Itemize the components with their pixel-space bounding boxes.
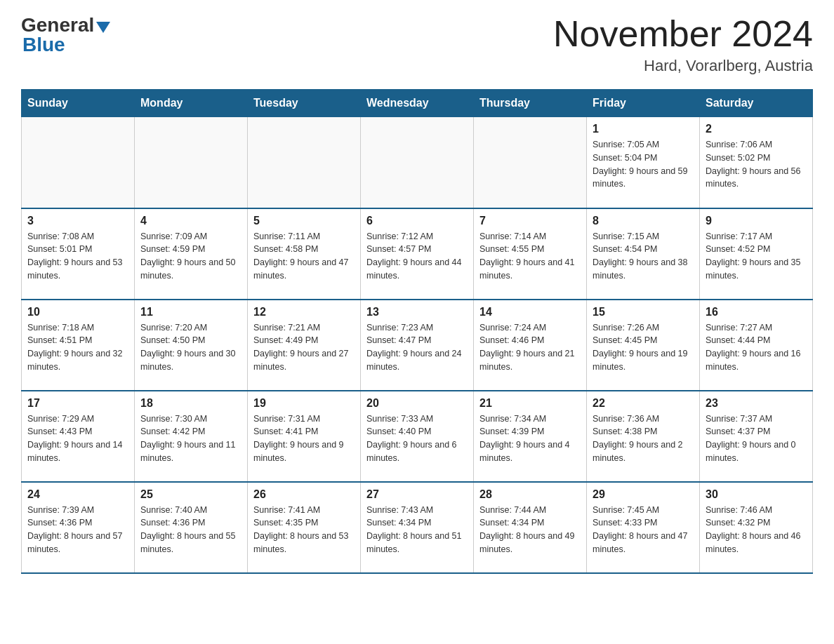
week-row-3: 10Sunrise: 7:18 AMSunset: 4:51 PMDayligh… bbox=[22, 300, 813, 391]
day-info: Sunrise: 7:43 AMSunset: 4:34 PMDaylight:… bbox=[366, 504, 468, 556]
column-header-wednesday: Wednesday bbox=[361, 90, 474, 117]
day-info: Sunrise: 7:17 AMSunset: 4:52 PMDaylight:… bbox=[706, 230, 807, 283]
header: General Blue November 2024 Hard, Vorarlb… bbox=[21, 14, 813, 75]
title-area: November 2024 Hard, Vorarlberg, Austria bbox=[553, 14, 813, 75]
calendar-cell: 28Sunrise: 7:44 AMSunset: 4:34 PMDayligh… bbox=[474, 482, 587, 573]
day-info: Sunrise: 7:12 AMSunset: 4:57 PMDaylight:… bbox=[366, 230, 468, 283]
day-info: Sunrise: 7:44 AMSunset: 4:34 PMDaylight:… bbox=[479, 504, 581, 556]
day-info: Sunrise: 7:30 AMSunset: 4:42 PMDaylight:… bbox=[140, 412, 241, 465]
calendar-cell: 2Sunrise: 7:06 AMSunset: 5:02 PMDaylight… bbox=[700, 117, 813, 208]
calendar-cell: 22Sunrise: 7:36 AMSunset: 4:38 PMDayligh… bbox=[587, 391, 700, 482]
day-number: 29 bbox=[593, 488, 694, 501]
day-number: 2 bbox=[706, 123, 807, 135]
day-info: Sunrise: 7:31 AMSunset: 4:41 PMDaylight:… bbox=[253, 412, 355, 465]
week-row-5: 24Sunrise: 7:39 AMSunset: 4:36 PMDayligh… bbox=[22, 482, 813, 573]
day-info: Sunrise: 7:33 AMSunset: 4:40 PMDaylight:… bbox=[366, 412, 468, 465]
page: General Blue November 2024 Hard, Vorarlb… bbox=[0, 0, 834, 595]
day-number: 25 bbox=[140, 488, 241, 501]
day-number: 14 bbox=[479, 306, 581, 318]
logo-blue-text: Blue bbox=[22, 34, 65, 56]
calendar-cell: 8Sunrise: 7:15 AMSunset: 4:54 PMDaylight… bbox=[587, 208, 700, 300]
column-header-monday: Monday bbox=[135, 90, 248, 117]
calendar-cell: 14Sunrise: 7:24 AMSunset: 4:46 PMDayligh… bbox=[474, 300, 587, 391]
column-header-tuesday: Tuesday bbox=[248, 90, 361, 117]
day-info: Sunrise: 7:40 AMSunset: 4:36 PMDaylight:… bbox=[140, 504, 241, 556]
calendar-cell: 29Sunrise: 7:45 AMSunset: 4:33 PMDayligh… bbox=[587, 482, 700, 573]
calendar-cell: 9Sunrise: 7:17 AMSunset: 4:52 PMDaylight… bbox=[700, 208, 813, 300]
calendar-header-row: SundayMondayTuesdayWednesdayThursdayFrid… bbox=[22, 90, 813, 117]
day-number: 24 bbox=[27, 488, 128, 501]
calendar-cell: 20Sunrise: 7:33 AMSunset: 4:40 PMDayligh… bbox=[361, 391, 474, 482]
day-number: 9 bbox=[706, 215, 807, 227]
day-number: 21 bbox=[479, 397, 581, 410]
day-number: 28 bbox=[479, 488, 581, 501]
calendar-cell bbox=[248, 117, 361, 208]
calendar-cell bbox=[474, 117, 587, 208]
day-info: Sunrise: 7:18 AMSunset: 4:51 PMDaylight:… bbox=[27, 321, 128, 374]
calendar-cell: 27Sunrise: 7:43 AMSunset: 4:34 PMDayligh… bbox=[361, 482, 474, 573]
calendar-cell: 3Sunrise: 7:08 AMSunset: 5:01 PMDaylight… bbox=[22, 208, 135, 300]
calendar-cell: 17Sunrise: 7:29 AMSunset: 4:43 PMDayligh… bbox=[22, 391, 135, 482]
day-number: 11 bbox=[140, 306, 241, 318]
location-subtitle: Hard, Vorarlberg, Austria bbox=[553, 57, 813, 75]
day-info: Sunrise: 7:29 AMSunset: 4:43 PMDaylight:… bbox=[27, 412, 128, 465]
day-number: 5 bbox=[253, 215, 355, 227]
column-header-saturday: Saturday bbox=[700, 90, 813, 117]
calendar-cell: 15Sunrise: 7:26 AMSunset: 4:45 PMDayligh… bbox=[587, 300, 700, 391]
day-number: 12 bbox=[253, 306, 355, 318]
calendar-cell: 24Sunrise: 7:39 AMSunset: 4:36 PMDayligh… bbox=[22, 482, 135, 573]
day-info: Sunrise: 7:14 AMSunset: 4:55 PMDaylight:… bbox=[479, 230, 581, 283]
calendar-cell: 16Sunrise: 7:27 AMSunset: 4:44 PMDayligh… bbox=[700, 300, 813, 391]
day-number: 13 bbox=[366, 306, 468, 318]
day-info: Sunrise: 7:26 AMSunset: 4:45 PMDaylight:… bbox=[593, 321, 694, 374]
day-number: 23 bbox=[706, 397, 807, 410]
column-header-sunday: Sunday bbox=[22, 90, 135, 117]
calendar-cell: 6Sunrise: 7:12 AMSunset: 4:57 PMDaylight… bbox=[361, 208, 474, 300]
day-number: 7 bbox=[479, 215, 581, 227]
week-row-4: 17Sunrise: 7:29 AMSunset: 4:43 PMDayligh… bbox=[22, 391, 813, 482]
day-number: 16 bbox=[706, 306, 807, 318]
calendar-cell bbox=[135, 117, 248, 208]
day-number: 8 bbox=[593, 215, 694, 227]
day-info: Sunrise: 7:34 AMSunset: 4:39 PMDaylight:… bbox=[479, 412, 581, 465]
day-number: 3 bbox=[27, 215, 128, 227]
day-info: Sunrise: 7:27 AMSunset: 4:44 PMDaylight:… bbox=[706, 321, 807, 374]
calendar-cell bbox=[22, 117, 135, 208]
day-number: 26 bbox=[253, 488, 355, 501]
calendar-cell: 30Sunrise: 7:46 AMSunset: 4:32 PMDayligh… bbox=[700, 482, 813, 573]
day-number: 20 bbox=[366, 397, 468, 410]
logo-triangle-icon bbox=[96, 22, 110, 33]
day-info: Sunrise: 7:21 AMSunset: 4:49 PMDaylight:… bbox=[253, 321, 355, 374]
week-row-1: 1Sunrise: 7:05 AMSunset: 5:04 PMDaylight… bbox=[22, 117, 813, 208]
day-number: 4 bbox=[140, 215, 241, 227]
calendar-cell: 25Sunrise: 7:40 AMSunset: 4:36 PMDayligh… bbox=[135, 482, 248, 573]
day-info: Sunrise: 7:11 AMSunset: 4:58 PMDaylight:… bbox=[253, 230, 355, 283]
calendar-cell: 18Sunrise: 7:30 AMSunset: 4:42 PMDayligh… bbox=[135, 391, 248, 482]
day-info: Sunrise: 7:06 AMSunset: 5:02 PMDaylight:… bbox=[706, 138, 807, 191]
day-info: Sunrise: 7:46 AMSunset: 4:32 PMDaylight:… bbox=[706, 504, 807, 556]
day-number: 19 bbox=[253, 397, 355, 410]
column-header-friday: Friday bbox=[587, 90, 700, 117]
calendar-cell: 7Sunrise: 7:14 AMSunset: 4:55 PMDaylight… bbox=[474, 208, 587, 300]
week-row-2: 3Sunrise: 7:08 AMSunset: 5:01 PMDaylight… bbox=[22, 208, 813, 300]
calendar-cell: 5Sunrise: 7:11 AMSunset: 4:58 PMDaylight… bbox=[248, 208, 361, 300]
day-info: Sunrise: 7:39 AMSunset: 4:36 PMDaylight:… bbox=[27, 504, 128, 556]
day-number: 18 bbox=[140, 397, 241, 410]
calendar-table: SundayMondayTuesdayWednesdayThursdayFrid… bbox=[21, 89, 813, 574]
day-number: 1 bbox=[593, 123, 694, 135]
day-number: 30 bbox=[706, 488, 807, 501]
day-info: Sunrise: 7:08 AMSunset: 5:01 PMDaylight:… bbox=[27, 230, 128, 283]
day-number: 6 bbox=[366, 215, 468, 227]
calendar-cell: 12Sunrise: 7:21 AMSunset: 4:49 PMDayligh… bbox=[248, 300, 361, 391]
day-number: 27 bbox=[366, 488, 468, 501]
day-info: Sunrise: 7:45 AMSunset: 4:33 PMDaylight:… bbox=[593, 504, 694, 556]
calendar-cell: 21Sunrise: 7:34 AMSunset: 4:39 PMDayligh… bbox=[474, 391, 587, 482]
day-info: Sunrise: 7:15 AMSunset: 4:54 PMDaylight:… bbox=[593, 230, 694, 283]
day-info: Sunrise: 7:41 AMSunset: 4:35 PMDaylight:… bbox=[253, 504, 355, 556]
day-info: Sunrise: 7:23 AMSunset: 4:47 PMDaylight:… bbox=[366, 321, 468, 374]
day-info: Sunrise: 7:24 AMSunset: 4:46 PMDaylight:… bbox=[479, 321, 581, 374]
calendar-cell: 26Sunrise: 7:41 AMSunset: 4:35 PMDayligh… bbox=[248, 482, 361, 573]
calendar-cell: 1Sunrise: 7:05 AMSunset: 5:04 PMDaylight… bbox=[587, 117, 700, 208]
calendar-cell: 10Sunrise: 7:18 AMSunset: 4:51 PMDayligh… bbox=[22, 300, 135, 391]
calendar-cell: 4Sunrise: 7:09 AMSunset: 4:59 PMDaylight… bbox=[135, 208, 248, 300]
